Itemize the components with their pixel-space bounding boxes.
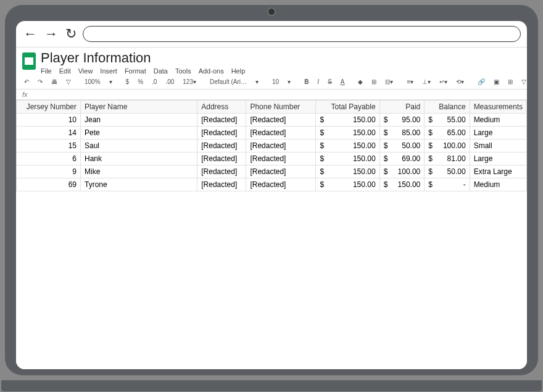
cell-meas[interactable]: Extra Large xyxy=(470,165,526,178)
wrap-button[interactable]: ↵▾ xyxy=(437,77,449,86)
cell-payable[interactable]: $150.00 xyxy=(316,165,379,178)
cell-payable[interactable]: $150.00 xyxy=(316,140,379,152)
cell-phone[interactable]: [Redacted] xyxy=(246,165,316,178)
cell-name[interactable]: Hank xyxy=(81,152,197,165)
cell-jersey[interactable]: 6 xyxy=(17,152,81,165)
rotate-button[interactable]: ⟲▾ xyxy=(454,77,466,86)
cell-name[interactable]: Saul xyxy=(81,140,197,152)
cell-address[interactable]: [Redacted] xyxy=(197,152,246,165)
fill-color-button[interactable]: ◆ xyxy=(356,77,365,86)
cell-payable[interactable]: $150.00 xyxy=(316,152,379,165)
more-formats-button[interactable]: 123▾ xyxy=(181,77,198,86)
url-input[interactable] xyxy=(83,26,521,42)
cell-meas[interactable]: Large xyxy=(470,152,526,165)
cell-balance[interactable]: $81.00 xyxy=(425,152,470,165)
cell-paid[interactable]: $50.00 xyxy=(379,140,425,152)
comment-button[interactable]: ▣ xyxy=(492,77,501,86)
menu-tools[interactable]: Tools xyxy=(175,67,191,75)
menu-help[interactable]: Help xyxy=(231,67,246,75)
col-paid[interactable]: Paid xyxy=(379,101,425,114)
cell-paid[interactable]: $150.00 xyxy=(379,178,425,191)
zoom-select[interactable]: 100% xyxy=(83,77,102,86)
menu-data[interactable]: Data xyxy=(154,67,168,75)
menu-addons[interactable]: Add-ons xyxy=(199,67,224,75)
cell-phone[interactable]: [Redacted] xyxy=(246,152,316,165)
back-button[interactable]: ← xyxy=(22,26,38,42)
font-dropdown-icon[interactable]: ▾ xyxy=(254,77,260,86)
cell-balance[interactable]: $65.00 xyxy=(425,127,470,140)
cell-name[interactable]: Tyrone xyxy=(81,178,197,191)
zoom-dropdown-icon[interactable]: ▾ xyxy=(107,77,114,86)
menu-view[interactable]: View xyxy=(78,67,93,75)
cell-balance[interactable]: $100.00 xyxy=(425,140,470,152)
formula-bar[interactable]: fx xyxy=(16,90,527,100)
cell-meas[interactable]: Large xyxy=(470,127,526,140)
cell-paid[interactable]: $85.00 xyxy=(379,127,425,140)
redo-button[interactable]: ↷ xyxy=(36,77,44,86)
cell-phone[interactable]: [Redacted] xyxy=(246,114,316,127)
col-payable[interactable]: Total Payable xyxy=(316,101,379,114)
cell-payable[interactable]: $150.00 xyxy=(316,114,379,127)
cell-meas[interactable]: Small xyxy=(470,140,526,152)
table-row[interactable]: 10Jean[Redacted][Redacted]$150.00$95.00$… xyxy=(17,114,527,127)
cell-phone[interactable]: [Redacted] xyxy=(246,140,316,152)
spreadsheet[interactable]: Jersey Number Player Name Address Phone … xyxy=(16,100,527,369)
cell-paid[interactable]: $100.00 xyxy=(379,165,425,178)
cell-jersey[interactable]: 14 xyxy=(17,127,81,140)
italic-button[interactable]: I xyxy=(315,77,321,86)
cell-address[interactable]: [Redacted] xyxy=(197,165,246,178)
table-row[interactable]: 15Saul[Redacted][Redacted]$150.00$50.00$… xyxy=(17,140,527,152)
col-address[interactable]: Address xyxy=(197,101,246,114)
cell-name[interactable]: Jean xyxy=(81,114,197,127)
text-color-button[interactable]: A xyxy=(339,77,347,86)
forward-button[interactable]: → xyxy=(43,26,59,42)
percent-button[interactable]: % xyxy=(136,77,145,86)
col-balance[interactable]: Balance xyxy=(425,101,470,114)
merge-button[interactable]: ⊟▾ xyxy=(383,77,395,86)
valign-button[interactable]: ⊥▾ xyxy=(420,77,433,86)
chart-button[interactable]: ⊞ xyxy=(506,77,515,86)
cell-payable[interactable]: $150.00 xyxy=(316,178,379,191)
cell-address[interactable]: [Redacted] xyxy=(197,127,246,140)
table-row[interactable]: 14Pete[Redacted][Redacted]$150.00$85.00$… xyxy=(17,127,527,140)
bold-button[interactable]: B xyxy=(302,77,310,86)
font-size-select[interactable]: 10 xyxy=(270,77,281,86)
cell-jersey[interactable]: 10 xyxy=(17,114,81,127)
cell-address[interactable]: [Redacted] xyxy=(197,140,246,152)
table-row[interactable]: 9Mike[Redacted][Redacted]$150.00$100.00$… xyxy=(17,165,527,178)
undo-button[interactable]: ↶ xyxy=(22,77,31,86)
col-jersey[interactable]: Jersey Number xyxy=(17,101,81,114)
cell-phone[interactable]: [Redacted] xyxy=(246,127,316,140)
menu-insert[interactable]: Insert xyxy=(100,67,117,75)
col-phone[interactable]: Phone Number xyxy=(246,101,316,114)
strike-button[interactable]: S xyxy=(326,77,334,86)
halign-button[interactable]: ≡▾ xyxy=(405,77,415,86)
decrease-decimal-button[interactable]: .0 xyxy=(150,77,159,86)
cell-address[interactable]: [Redacted] xyxy=(197,178,246,191)
menu-format[interactable]: Format xyxy=(125,67,146,75)
cell-address[interactable]: [Redacted] xyxy=(197,114,246,127)
col-name[interactable]: Player Name xyxy=(81,101,197,114)
cell-paid[interactable]: $95.00 xyxy=(379,114,425,127)
col-measurements[interactable]: Measurements xyxy=(470,101,526,114)
table-row[interactable]: 6Hank[Redacted][Redacted]$150.00$69.00$8… xyxy=(17,152,527,165)
doc-title[interactable]: Player Information xyxy=(41,50,245,66)
cell-meas[interactable]: Medium xyxy=(470,114,526,127)
reload-button[interactable]: ↻ xyxy=(64,26,78,42)
cell-meas[interactable]: Medium xyxy=(470,178,526,191)
print-button[interactable]: 🖶 xyxy=(49,77,59,86)
cell-balance[interactable]: $- xyxy=(425,178,470,191)
cell-phone[interactable]: [Redacted] xyxy=(246,178,316,191)
cell-jersey[interactable]: 69 xyxy=(17,178,81,191)
currency-button[interactable]: $ xyxy=(124,77,131,86)
paint-format-button[interactable]: ▽ xyxy=(64,77,73,86)
table-row[interactable]: 69Tyrone[Redacted][Redacted]$150.00$150.… xyxy=(17,178,527,191)
increase-decimal-button[interactable]: .00 xyxy=(164,77,176,86)
cell-name[interactable]: Pete xyxy=(81,127,197,140)
filter-button[interactable]: ▽ xyxy=(520,77,527,86)
size-dropdown-icon[interactable]: ▾ xyxy=(286,77,292,86)
cell-paid[interactable]: $69.00 xyxy=(379,152,425,165)
cell-name[interactable]: Mike xyxy=(81,165,197,178)
borders-button[interactable]: ⊞ xyxy=(370,77,378,86)
cell-payable[interactable]: $150.00 xyxy=(316,127,379,140)
